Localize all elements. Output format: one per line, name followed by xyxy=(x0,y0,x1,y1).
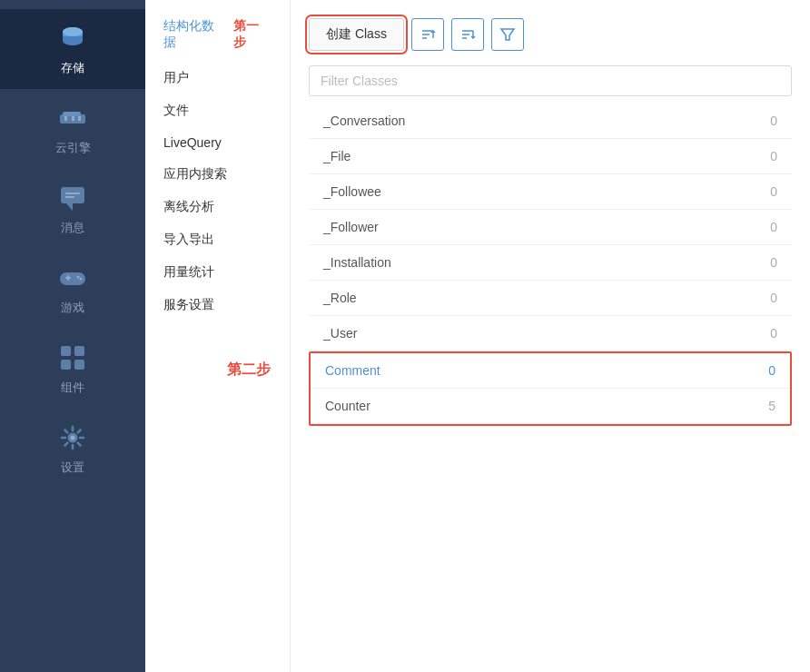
svg-marker-31 xyxy=(501,29,514,40)
sidebar-item-storage[interactable]: 存储 xyxy=(0,9,145,89)
svg-rect-3 xyxy=(63,112,81,116)
sidebar: 存储 云引擎 消息 xyxy=(0,0,145,672)
svg-point-22 xyxy=(71,436,75,440)
sidebar-item-message[interactable]: 消息 xyxy=(0,169,145,249)
sidebar-item-game[interactable]: 游戏 xyxy=(0,249,145,329)
svg-rect-4 xyxy=(64,116,67,121)
class-item-installation[interactable]: _Installation 0 xyxy=(309,245,792,281)
svg-rect-7 xyxy=(61,187,84,203)
sort-desc-button[interactable] xyxy=(451,18,484,51)
step1-badge: 第一步 xyxy=(233,18,272,51)
class-list: _Conversation 0 _File 0 _Followee 0 _Fol… xyxy=(309,104,792,426)
class-name: _Followee xyxy=(323,184,381,199)
filter-button[interactable] xyxy=(491,18,524,51)
svg-rect-18 xyxy=(61,360,71,370)
sidebar-item-settings[interactable]: 设置 xyxy=(0,409,145,489)
class-name: _Follower xyxy=(323,220,379,234)
toolbar: 创建 Class xyxy=(309,18,792,51)
step2-wrapper: 第二步 Comment 0 Counter 5 xyxy=(309,351,792,426)
svg-rect-6 xyxy=(78,116,81,121)
nav-item-file[interactable]: 文件 xyxy=(145,94,290,127)
class-item-conversation[interactable]: _Conversation 0 xyxy=(309,104,792,139)
svg-rect-10 xyxy=(65,196,74,198)
class-name: Counter xyxy=(325,399,370,413)
svg-rect-5 xyxy=(72,116,74,121)
nav-item-user[interactable]: 用户 xyxy=(145,62,290,94)
class-name: _Role xyxy=(323,291,357,305)
filter-classes-input[interactable] xyxy=(309,65,792,96)
svg-point-14 xyxy=(77,276,80,279)
nav-item-insearch[interactable]: 应用内搜索 xyxy=(145,158,290,191)
class-count: 0 xyxy=(768,363,775,378)
nav-item-stats[interactable]: 用量统计 xyxy=(145,256,290,289)
class-item-user[interactable]: _User 0 xyxy=(309,316,792,351)
class-name: Comment xyxy=(325,363,380,378)
svg-rect-9 xyxy=(65,193,80,194)
sidebar-label-storage: 存储 xyxy=(61,60,84,76)
class-count: 5 xyxy=(768,399,775,413)
class-count: 0 xyxy=(770,184,777,199)
class-count: 0 xyxy=(770,149,777,163)
nav-item-offline[interactable]: 离线分析 xyxy=(145,191,290,223)
class-count: 0 xyxy=(770,255,777,270)
create-class-button[interactable]: 创建 Class xyxy=(309,18,404,51)
nav-item-servicesettings[interactable]: 服务设置 xyxy=(145,289,290,321)
svg-marker-8 xyxy=(66,203,73,211)
svg-rect-13 xyxy=(67,275,69,281)
structured-data-label: 结构化数据 xyxy=(163,18,226,51)
class-count: 0 xyxy=(770,220,777,234)
sidebar-label-cloud: 云引擎 xyxy=(55,140,91,156)
sidebar-label-message: 消息 xyxy=(61,220,84,236)
class-name: _Installation xyxy=(323,255,391,270)
nav-item-livequery[interactable]: LiveQuery xyxy=(145,127,290,158)
svg-rect-17 xyxy=(74,346,84,356)
nav-item-importexport[interactable]: 导入导出 xyxy=(145,223,290,256)
game-icon xyxy=(56,262,89,294)
class-item-follower[interactable]: _Follower 0 xyxy=(309,210,792,245)
step2-label: 第二步 xyxy=(227,361,271,380)
svg-point-15 xyxy=(80,278,83,281)
svg-point-1 xyxy=(63,27,83,36)
boxed-class-list: Comment 0 Counter 5 xyxy=(309,351,792,426)
class-name: _User xyxy=(323,326,357,341)
components-icon xyxy=(56,341,89,374)
left-nav-header: 结构化数据 第一步 xyxy=(145,18,290,62)
gear-icon xyxy=(56,421,89,454)
class-count: 0 xyxy=(770,114,777,128)
class-count: 0 xyxy=(770,291,777,305)
storage-icon xyxy=(56,22,89,54)
class-item-file[interactable]: _File 0 xyxy=(309,139,792,174)
cloud-icon xyxy=(56,102,89,134)
left-nav-panel: 结构化数据 第一步 用户 文件 LiveQuery 应用内搜索 离线分析 导入导… xyxy=(145,0,291,672)
sidebar-item-components[interactable]: 组件 xyxy=(0,329,145,409)
class-item-comment[interactable]: Comment 0 xyxy=(311,353,790,389)
class-item-counter[interactable]: Counter 5 xyxy=(311,389,790,424)
class-name: _File xyxy=(323,149,351,163)
class-item-role[interactable]: _Role 0 xyxy=(309,281,792,316)
sidebar-label-settings: 设置 xyxy=(61,460,84,476)
message-icon xyxy=(56,182,89,214)
svg-rect-19 xyxy=(74,360,84,370)
svg-rect-16 xyxy=(61,346,71,356)
sidebar-item-cloud[interactable]: 云引擎 xyxy=(0,89,145,169)
sort-asc-button[interactable] xyxy=(411,18,444,51)
sidebar-label-components: 组件 xyxy=(61,380,84,396)
class-item-followee[interactable]: _Followee 0 xyxy=(309,174,792,210)
class-name: _Conversation xyxy=(323,114,405,128)
class-count: 0 xyxy=(770,326,777,341)
main-content: 创建 Class xyxy=(291,0,810,672)
sidebar-label-game: 游戏 xyxy=(61,300,84,316)
